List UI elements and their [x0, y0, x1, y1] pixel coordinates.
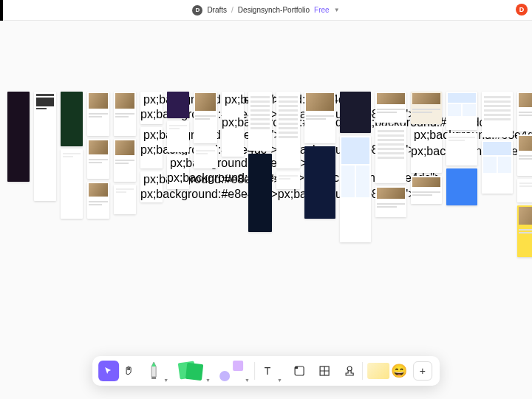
- breadcrumb-file[interactable]: Designsynch-Portfolio: [238, 6, 310, 14]
- canvas-frame[interactable]: [517, 179, 532, 202]
- canvas-frame[interactable]: [304, 92, 335, 143]
- canvas-frame[interactable]: px;background:#e8e4dc">px;background:#e8…: [140, 127, 163, 168]
- toolbar: ▼ ▼ ▼ T ▼ 😄 +: [92, 356, 440, 386]
- team-avatar[interactable]: D: [192, 5, 202, 16]
- stamp-icon: [344, 365, 355, 377]
- canvas-frame[interactable]: [61, 92, 83, 146]
- canvas-frame[interactable]: [446, 133, 477, 166]
- canvas-frame[interactable]: [517, 134, 532, 176]
- table-icon: [318, 365, 330, 377]
- sticky-tool[interactable]: [177, 361, 204, 381]
- main-menu-edge[interactable]: [0, 0, 3, 21]
- breadcrumb-separator: /: [231, 6, 233, 14]
- more-tools-button[interactable]: +: [413, 361, 432, 381]
- breadcrumb: D Drafts / Designsynch-Portfolio Free ▼: [192, 5, 339, 16]
- canvas-frame[interactable]: [517, 205, 532, 257]
- canvas-frame[interactable]: [375, 126, 406, 183]
- canvas-frame[interactable]: [446, 168, 477, 205]
- canvas-frame[interactable]: [482, 92, 513, 137]
- chevron-down-icon[interactable]: ▼: [245, 378, 250, 383]
- svg-rect-0: [151, 377, 156, 379]
- canvas-frame[interactable]: [375, 92, 406, 123]
- text-tool[interactable]: T: [259, 363, 276, 379]
- canvas-frame[interactable]: [114, 139, 136, 182]
- circle-icon: [219, 371, 230, 381]
- move-tool[interactable]: [98, 361, 119, 381]
- canvas-frame[interactable]: px;background:#e8e4dc">px;background:#e8…: [140, 92, 163, 124]
- canvas-frame[interactable]: px;background:#e8e4dc">px;background:#e8…: [411, 127, 442, 173]
- svg-rect-2: [295, 366, 298, 369]
- canvas-frame[interactable]: [87, 92, 109, 136]
- canvas-frame[interactable]: [248, 92, 272, 151]
- canvas-frame[interactable]: [194, 92, 217, 143]
- canvas[interactable]: px;background:#e8e4dc">px;background:#e8…: [0, 21, 532, 399]
- canvas-frame[interactable]: [194, 146, 217, 168]
- canvas-frame[interactable]: [114, 185, 136, 214]
- canvas-frame[interactable]: [87, 182, 109, 219]
- chevron-down-icon[interactable]: ▼: [334, 7, 340, 13]
- canvas-frame[interactable]: [167, 92, 189, 118]
- canvas-frame[interactable]: [340, 92, 371, 133]
- section-tool[interactable]: [291, 363, 307, 379]
- canvas-frame[interactable]: [7, 92, 30, 182]
- canvas-frame[interactable]: [248, 154, 272, 232]
- breadcrumb-drafts[interactable]: Drafts: [207, 6, 227, 14]
- canvas-frame[interactable]: [482, 140, 513, 194]
- canvas-frame[interactable]: [167, 121, 189, 152]
- canvas-frame[interactable]: px;background:#e8e4dc">px;background:#e8…: [167, 155, 189, 189]
- canvas-frame[interactable]: [114, 92, 136, 136]
- canvas-frame[interactable]: px;background:#e8e4dc">px;background:#e8…: [222, 92, 244, 157]
- table-tool[interactable]: [316, 363, 332, 379]
- canvas-frame[interactable]: [411, 176, 442, 204]
- canvas-frame[interactable]: [61, 149, 83, 219]
- canvas-frame[interactable]: [411, 92, 442, 124]
- canvas-frame[interactable]: [87, 139, 109, 179]
- widgets-tool[interactable]: [367, 363, 389, 379]
- canvas-frame[interactable]: [276, 92, 300, 168]
- chevron-down-icon[interactable]: ▼: [163, 378, 168, 383]
- chevron-down-icon[interactable]: ▼: [205, 378, 211, 383]
- sticky-icon: [185, 363, 203, 381]
- user-avatar[interactable]: D: [516, 4, 528, 16]
- hand-icon: [123, 366, 134, 376]
- canvas-frame[interactable]: [446, 92, 477, 130]
- pencil-icon: [149, 361, 159, 381]
- canvas-frame[interactable]: [340, 136, 371, 242]
- square-icon: [233, 361, 243, 371]
- canvas-frame[interactable]: [517, 92, 532, 132]
- hand-tool[interactable]: [120, 363, 137, 379]
- plan-badge[interactable]: Free: [314, 6, 330, 14]
- canvas-frame[interactable]: [276, 171, 300, 189]
- canvas-frame[interactable]: [375, 186, 406, 217]
- shapes-tool[interactable]: [219, 361, 243, 381]
- topbar: D Drafts / Designsynch-Portfolio Free ▼ …: [0, 0, 532, 21]
- chevron-down-icon[interactable]: ▼: [277, 378, 282, 383]
- section-icon: [293, 365, 305, 377]
- stamp-tool[interactable]: [341, 363, 358, 379]
- emoji-icon[interactable]: 😄: [391, 362, 409, 380]
- frames-container: px;background:#e8e4dc">px;background:#e8…: [7, 92, 532, 290]
- canvas-frame[interactable]: [304, 146, 335, 219]
- svg-point-6: [347, 366, 352, 371]
- pencil-tool[interactable]: [146, 359, 162, 383]
- canvas-frame[interactable]: [34, 92, 56, 201]
- canvas-frame[interactable]: px;background:#e8e4dc">px;background:#e8…: [140, 171, 163, 202]
- cursor-icon: [104, 366, 113, 375]
